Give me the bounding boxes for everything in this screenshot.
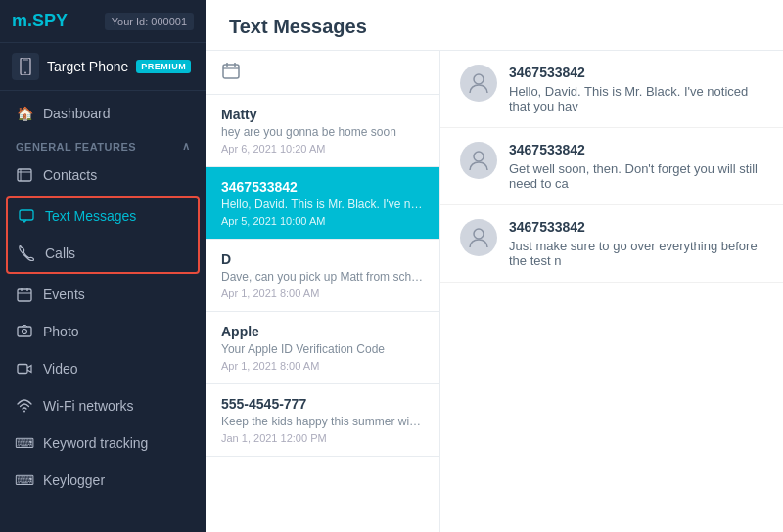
sidebar-header: m.SPY Your Id: 000001 — [0, 0, 206, 43]
message-item-matty[interactable]: Matty hey are you gonna be home soon Apr… — [206, 95, 439, 167]
user-id-badge: Your Id: 000001 — [105, 13, 194, 30]
msg-time: Apr 6, 2021 10:20 AM — [221, 143, 424, 155]
message-detail-panel: 3467533842 Hello, David. This is Mr. Bla… — [440, 51, 783, 532]
contacts-label: Contacts — [43, 167, 97, 183]
detail-phone: 3467533842 — [509, 142, 763, 157]
target-phone-icon — [12, 53, 39, 80]
msg-preview: Hello, David. This is Mr. Black. I've no… — [221, 198, 424, 211]
svg-point-2 — [24, 72, 26, 74]
msg-name: Matty — [221, 107, 424, 122]
detail-phone: 3467533842 — [509, 219, 763, 235]
target-phone-label: Target Phone — [47, 59, 128, 74]
sidebar-item-dashboard[interactable]: 🏠 Dashboard — [0, 95, 206, 132]
detail-content: 3467533842 Hello, David. This is Mr. Bla… — [509, 65, 763, 113]
svg-rect-1 — [23, 60, 28, 61]
sidebar: m.SPY Your Id: 000001 Target Phone PREMI… — [0, 0, 206, 532]
msg-time: Apr 1, 2021 8:00 AM — [221, 360, 424, 372]
detail-text: Get well soon, then. Don't forget you wi… — [509, 161, 763, 191]
sidebar-item-events[interactable]: Events — [0, 276, 206, 313]
video-icon — [16, 360, 33, 377]
calendar-filter-row[interactable] — [206, 51, 439, 95]
outlined-nav-group: Text Messages Calls — [6, 196, 200, 274]
nav-section: 🏠 Dashboard GENERAL FEATURES ∧ Contacts — [0, 91, 206, 532]
dashboard-label: Dashboard — [43, 106, 111, 121]
msg-name: 555-4545-777 — [221, 396, 424, 412]
msg-name: 3467533842 — [221, 179, 424, 195]
detail-text: Just make sure to go over everything bef… — [509, 239, 763, 268]
sidebar-item-video[interactable]: Video — [0, 350, 206, 387]
message-item-3467533842[interactable]: 3467533842 Hello, David. This is Mr. Bla… — [206, 167, 439, 240]
sidebar-item-photo[interactable]: Photo — [0, 313, 206, 350]
keyword-label: Keyword tracking — [43, 435, 148, 451]
message-item-apple[interactable]: Apple Your Apple ID Verification Code Ap… — [206, 312, 439, 384]
detail-content: 3467533842 Get well soon, then. Don't fo… — [509, 142, 763, 191]
msg-preview: Dave, can you pick up Matt from schoo... — [221, 270, 424, 284]
events-icon — [16, 286, 33, 303]
message-list-items: Matty hey are you gonna be home soon Apr… — [206, 95, 439, 457]
video-label: Video — [43, 361, 78, 377]
photo-icon — [16, 323, 33, 340]
text-messages-icon — [18, 207, 35, 225]
premium-badge: PREMIUM — [136, 60, 191, 73]
detail-item-detail3: 3467533842 Just make sure to go over eve… — [440, 205, 783, 283]
detail-content: 3467533842 Just make sure to go over eve… — [509, 219, 763, 268]
home-icon: 🏠 — [16, 105, 33, 122]
msg-preview: hey are you gonna be home soon — [221, 125, 424, 139]
avatar — [460, 142, 497, 179]
sidebar-item-keyword[interactable]: ⌨ Keyword tracking — [0, 424, 206, 462]
logo-accent: m. — [12, 11, 32, 30]
main-body: Matty hey are you gonna be home soon Apr… — [206, 51, 783, 532]
events-label: Events — [43, 287, 85, 302]
keyword-icon: ⌨ — [16, 434, 33, 452]
svg-point-19 — [474, 74, 484, 84]
sidebar-item-contacts[interactable]: Contacts — [0, 156, 206, 194]
app-logo: m.SPY — [12, 11, 68, 31]
target-phone-section[interactable]: Target Phone PREMIUM — [0, 43, 206, 91]
general-features-header: GENERAL FEATURES ∧ — [0, 132, 206, 156]
keylogger-icon: ⌨ — [16, 471, 33, 489]
keylogger-label: Keylogger — [43, 472, 105, 488]
avatar — [460, 219, 497, 256]
svg-point-12 — [23, 330, 27, 334]
sidebar-item-text-messages[interactable]: Text Messages — [8, 198, 198, 235]
calls-icon — [18, 244, 35, 262]
svg-rect-15 — [223, 65, 239, 78]
calls-label: Calls — [45, 245, 75, 261]
page-title: Text Messages — [229, 16, 760, 38]
msg-time: Apr 5, 2021 10:00 AM — [221, 215, 424, 227]
message-list: Matty hey are you gonna be home soon Apr… — [206, 51, 440, 532]
msg-preview: Your Apple ID Verification Code — [221, 342, 424, 356]
sidebar-item-wifi[interactable]: Wi-Fi networks — [0, 387, 206, 424]
msg-time: Apr 1, 2021 8:00 AM — [221, 288, 424, 299]
detail-item-detail2: 3467533842 Get well soon, then. Don't fo… — [440, 128, 783, 205]
svg-rect-6 — [20, 210, 33, 220]
msg-time: Jan 1, 2021 12:00 PM — [221, 432, 424, 444]
chevron-up-icon: ∧ — [182, 140, 191, 153]
message-item-d[interactable]: D Dave, can you pick up Matt from schoo.… — [206, 240, 439, 312]
svg-rect-3 — [18, 169, 31, 181]
detail-phone: 3467533842 — [509, 65, 763, 80]
message-item-555-4545-777[interactable]: 555-4545-777 Keep the kids happy this su… — [206, 384, 439, 457]
avatar — [460, 65, 497, 102]
sidebar-item-keylogger[interactable]: ⌨ Keylogger — [0, 462, 206, 499]
main-content: Text Messages Matty hey are you gonna be… — [206, 0, 783, 532]
text-messages-label: Text Messages — [45, 208, 136, 224]
wifi-label: Wi-Fi networks — [43, 398, 134, 414]
contacts-icon — [16, 166, 33, 184]
msg-name: Apple — [221, 324, 424, 339]
msg-preview: Keep the kids happy this summer with ... — [221, 415, 424, 428]
main-header: Text Messages — [206, 0, 783, 51]
detail-items: 3467533842 Hello, David. This is Mr. Bla… — [440, 51, 783, 283]
wifi-icon — [16, 397, 33, 415]
svg-point-20 — [474, 152, 484, 161]
section-header-label: GENERAL FEATURES — [16, 141, 136, 153]
svg-point-14 — [23, 411, 25, 413]
detail-text: Hello, David. This is Mr. Black. I've no… — [509, 84, 763, 113]
logo-text: SPY — [32, 11, 68, 30]
svg-point-21 — [474, 229, 484, 239]
detail-item-detail1: 3467533842 Hello, David. This is Mr. Bla… — [440, 51, 783, 128]
msg-name: D — [221, 251, 424, 267]
svg-rect-11 — [18, 327, 31, 336]
svg-rect-7 — [18, 289, 31, 301]
sidebar-item-calls[interactable]: Calls — [8, 235, 198, 272]
